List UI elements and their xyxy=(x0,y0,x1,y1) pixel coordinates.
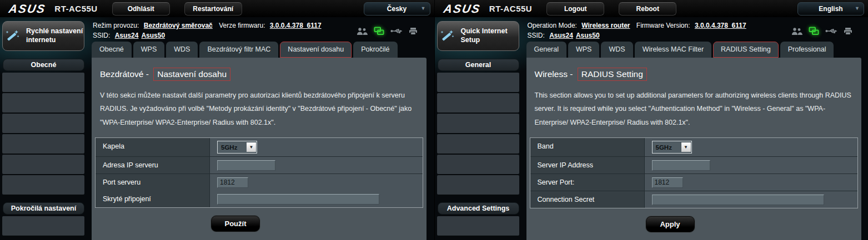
table-row: Port serveru xyxy=(96,174,423,191)
band-select[interactable]: 5GHz ▼ xyxy=(217,141,257,154)
connection-secret-input[interactable] xyxy=(217,194,379,205)
logout-button[interactable]: Logout xyxy=(546,2,604,16)
sidebar-item[interactable] xyxy=(2,93,84,113)
status-icons xyxy=(791,27,852,35)
sidebar-item[interactable] xyxy=(437,73,519,92)
band-select[interactable]: 5GHz ▼ xyxy=(652,141,692,154)
operation-mode-link[interactable]: Wireless router xyxy=(581,22,630,29)
sidebar-item[interactable] xyxy=(2,134,84,154)
ssid-label: SSID: xyxy=(528,32,545,39)
lan-icon[interactable] xyxy=(374,27,384,35)
tab[interactable]: Wireless MAC Filter xyxy=(635,42,711,58)
sidebar-item[interactable] xyxy=(437,216,519,236)
server-ip-input[interactable] xyxy=(217,160,275,171)
sidebar-section-title: Pokročilá nastavení xyxy=(3,202,84,215)
sidebar-section: Obecné xyxy=(0,59,89,195)
sidebar-item[interactable] xyxy=(2,175,84,195)
sidebar-item[interactable] xyxy=(437,175,519,195)
language-dropdown[interactable]: Česky ▼ xyxy=(364,2,430,16)
sidebar-item[interactable] xyxy=(437,134,519,154)
sidebar-item[interactable] xyxy=(2,73,84,92)
tab-label: Professional xyxy=(788,45,826,53)
tab[interactable]: Pokročilé xyxy=(353,42,397,58)
sidebar-item[interactable] xyxy=(2,216,84,236)
page-description: V této sekci můžete nastavit další param… xyxy=(100,89,418,129)
ssid-link[interactable]: Asus24 xyxy=(549,32,573,39)
sidebar-item[interactable] xyxy=(437,114,519,133)
operation-mode-label: Režim provozu: xyxy=(93,22,139,29)
sidebar-section: Advanced Settings xyxy=(435,202,524,236)
top-bar: ASUS RT-AC55U Odhlásit Restartování Česk… xyxy=(0,0,434,17)
magic-wand-icon xyxy=(3,28,22,44)
sidebar-section: General xyxy=(435,59,524,195)
tab-label: WPS xyxy=(141,45,157,53)
tab-label: Nastavení dosahu xyxy=(288,45,344,53)
firmware-version-link[interactable]: 3.0.0.4.378_6117 xyxy=(695,22,746,29)
firmware-version-link[interactable]: 3.0.0.4.378_6117 xyxy=(270,22,322,29)
quick-internet-setup-button[interactable]: Rychlé nastavení internetu xyxy=(2,21,84,51)
sidebar-item[interactable] xyxy=(437,155,519,174)
tab[interactable]: Obecné xyxy=(92,42,132,58)
sidebar-item[interactable] xyxy=(437,93,519,113)
ssid-label: SSID: xyxy=(93,32,110,39)
language-dropdown[interactable]: English ▼ xyxy=(797,2,864,16)
printer-icon[interactable] xyxy=(409,27,418,35)
reboot-button[interactable]: Restartování xyxy=(184,2,242,16)
tab-bar: General WPS WDS Wireless MAC Filter RADI… xyxy=(526,42,861,58)
chevron-down-icon: ▼ xyxy=(681,142,691,152)
tab-bar: Obecné WPS WDS Bezdrátový filtr MAC Nast… xyxy=(92,42,427,58)
printer-icon[interactable] xyxy=(844,27,852,35)
tab-label: General xyxy=(534,45,559,53)
band-label: Kapela xyxy=(96,138,210,156)
ssid-link[interactable]: Asus50 xyxy=(141,32,165,39)
dual-screenshot-container: ASUS RT-AC55U Odhlásit Restartování Česk… xyxy=(0,0,868,240)
content-panel: Wireless - RADIUS Setting This section a… xyxy=(526,58,861,240)
tab-label: Bezdrátový filtr MAC xyxy=(207,45,270,53)
connection-secret-input[interactable] xyxy=(652,195,824,205)
tab[interactable]: General xyxy=(526,42,566,58)
tab[interactable]: Bezdrátový filtr MAC xyxy=(199,42,278,58)
settings-table: Band 5GHz ▼ Server IP Address xyxy=(530,137,858,208)
sidebar-item[interactable] xyxy=(2,114,84,133)
tab[interactable]: WPS xyxy=(568,42,599,58)
tab-label: WPS xyxy=(576,45,591,53)
usb-icon[interactable] xyxy=(390,28,403,34)
page-description: This section allows you to set up additi… xyxy=(535,89,852,129)
table-row: Band 5GHz ▼ xyxy=(530,138,857,157)
operation-mode-link[interactable]: Bezdrátový směrovač xyxy=(144,22,213,29)
chevron-down-icon: ▼ xyxy=(421,6,426,11)
tab[interactable]: RADIUS Setting xyxy=(713,42,779,58)
tab[interactable]: Professional xyxy=(780,42,834,58)
tab[interactable]: Nastavení dosahu xyxy=(280,42,352,58)
server-ip-label: Server IP Address xyxy=(530,157,645,173)
quick-internet-setup-button[interactable]: Quick Internet Setup xyxy=(437,21,519,51)
page-title-prefix: Bezdrátové - xyxy=(100,69,149,79)
router-admin-page: ASUS RT-AC55U Logout Reboot English ▼ Qu… xyxy=(434,0,868,240)
model-name: RT-AC55U xyxy=(54,4,97,13)
clients-icon[interactable] xyxy=(791,27,802,35)
clients-icon[interactable] xyxy=(357,27,368,35)
server-port-input[interactable] xyxy=(217,177,248,188)
language-value: Česky xyxy=(387,5,407,13)
ssid-link[interactable]: Asus50 xyxy=(576,32,600,39)
sidebar-section-title: Advanced Settings xyxy=(438,202,519,215)
chevron-down-icon: ▼ xyxy=(247,142,256,152)
usb-icon[interactable] xyxy=(825,28,837,34)
tab[interactable]: WDS xyxy=(601,42,633,58)
status-icons xyxy=(357,27,418,35)
tab[interactable]: WPS xyxy=(133,42,164,58)
reboot-button[interactable]: Reboot xyxy=(619,2,676,16)
lan-icon[interactable] xyxy=(809,27,819,35)
sidebar: Quick Internet Setup General xyxy=(435,17,524,240)
model-name: RT-AC55U xyxy=(489,4,532,13)
tab-label: WDS xyxy=(609,45,625,53)
server-port-input[interactable] xyxy=(652,177,683,188)
sidebar-item[interactable] xyxy=(2,155,84,174)
apply-button[interactable]: Apply xyxy=(646,216,695,232)
server-ip-input[interactable] xyxy=(652,160,710,171)
logout-button[interactable]: Odhlásit xyxy=(112,2,170,16)
tab[interactable]: WDS xyxy=(166,42,198,58)
apply-button[interactable]: Použít xyxy=(211,216,260,232)
ssid-link[interactable]: Asus24 xyxy=(115,32,139,39)
page-title-prefix: Wireless - xyxy=(535,69,573,79)
